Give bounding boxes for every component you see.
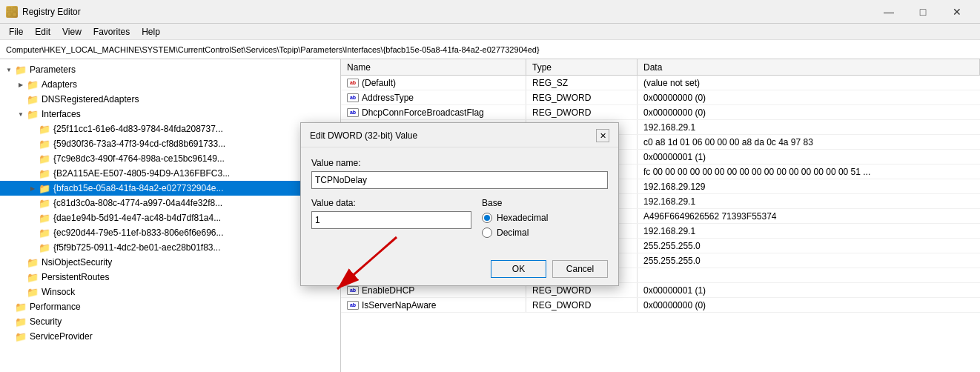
folder-icon-parameters: 📁: [15, 64, 27, 76]
tree-item-interfaces[interactable]: ▼ 📁 Interfaces: [0, 107, 340, 122]
menu-bar: File Edit View Favorites Help: [0, 24, 980, 40]
reg-icon-dword2: ab: [347, 108, 359, 117]
app-icon: [6, 6, 18, 18]
address-bar: Computer\HKEY_LOCAL_MACHINE\SYSTEM\Curre…: [0, 40, 980, 59]
ok-button[interactable]: OK: [491, 260, 546, 278]
tree-item-parameters[interactable]: ▼ 📁 Parameters: [0, 62, 340, 77]
reg-icon-dword: ab: [347, 93, 359, 102]
folder-icon-adapters: 📁: [27, 79, 39, 90]
dialog-close-button[interactable]: ✕: [596, 129, 609, 142]
tree-item-guid6[interactable]: ▶ 📁 {c81d3c0a-808c-4774-a997-04a44fe32f8…: [0, 196, 340, 210]
edit-dword-dialog: Edit DWORD (32-bit) Value ✕ Value name: …: [300, 122, 619, 286]
value-name-label: Value name:: [311, 158, 608, 168]
folder-icon-dns: 📁: [27, 93, 39, 105]
tree-item-guid8[interactable]: ▶ 📁 {ec920d44-79e5-11ef-b833-806e6f6e696…: [0, 225, 340, 240]
tree-item-performance[interactable]: ▶ 📁 Performance: [0, 299, 340, 314]
tree-item-adapters[interactable]: ▶ 📁 Adapters: [0, 77, 340, 92]
folder-icon-interfaces: 📁: [27, 108, 39, 120]
radio-decimal[interactable]: Decimal: [482, 227, 608, 238]
col-header-data[interactable]: Data: [638, 59, 980, 75]
interfaces-label: Interfaces: [42, 109, 81, 119]
base-section: Base Hexadecimal Decimal: [482, 198, 608, 242]
tree-item-guid1[interactable]: ▶ 📁 {25f11cc1-61e6-4d83-9784-84fda208737…: [0, 122, 340, 136]
reg-row-dhcpconn[interactable]: ab DhcpConnForceBroadcastFlag REG_DWORD …: [341, 105, 980, 120]
radio-dec-btn[interactable]: [482, 227, 492, 238]
svg-rect-1: [13, 7, 16, 11]
maximize-button[interactable]: □: [906, 1, 940, 23]
expand-icon-adapters: ▶: [15, 79, 27, 90]
reg-row-isservernapaware[interactable]: ab IsServerNapAware REG_DWORD 0x00000000…: [341, 298, 980, 313]
svg-rect-2: [7, 13, 11, 16]
value-data-section: Value data:: [311, 198, 471, 229]
app-title: Registry Editor: [22, 7, 872, 17]
address-path: Computer\HKEY_LOCAL_MACHINE\SYSTEM\Curre…: [6, 45, 540, 54]
tree-item-dnsregisteredadapters[interactable]: ▶ 📁 DNSRegisteredAdapters: [0, 92, 340, 107]
minimize-button[interactable]: —: [872, 1, 906, 23]
tree-item-guid5-selected[interactable]: ▶ 📁 {bfacb15e-05a8-41fa-84a2-e027732904e…: [0, 181, 340, 196]
tree-item-guid4[interactable]: ▶ 📁 {B2A115AE-E507-4805-94D9-A136FBFC3..…: [0, 166, 340, 181]
tree-item-guid7[interactable]: ▶ 📁 {dae1e94b-5d91-4e47-ac48-b4d7df81a4.…: [0, 210, 340, 225]
svg-rect-3: [13, 13, 16, 16]
dialog-middle-row: Value data: Base Hexadecimal Decimal: [311, 198, 608, 242]
col-header-type[interactable]: Type: [526, 59, 638, 75]
menu-edit[interactable]: Edit: [29, 24, 56, 40]
menu-help[interactable]: Help: [136, 24, 166, 40]
tree-item-nsiobjectsecurity[interactable]: ▶ 📁 NsiObjectSecurity: [0, 255, 340, 270]
registry-header: Name Type Data: [341, 59, 980, 76]
tree-item-serviceprovider[interactable]: ▶ 📁 ServiceProvider: [0, 329, 340, 344]
dialog-title: Edit DWORD (32-bit) Value: [310, 130, 417, 141]
base-label: Base: [482, 198, 608, 208]
menu-favorites[interactable]: Favorites: [87, 24, 136, 40]
window-controls: — □ ✕: [872, 1, 974, 23]
tree-item-guid2[interactable]: ▶ 📁 {59d30f36-73a3-47f3-94cd-cf8d8b69173…: [0, 136, 340, 151]
reg-row-default[interactable]: ab (Default) REG_SZ (value not set): [341, 76, 980, 90]
value-data-label: Value data:: [311, 198, 471, 208]
dialog-body: Value name: Value data: Base Hexadecimal…: [301, 147, 618, 285]
dialog-buttons: OK Cancel: [311, 253, 608, 278]
reg-icon-ab: ab: [347, 79, 359, 87]
tree-item-guid3[interactable]: ▶ 📁 {7c9e8dc3-490f-4764-898a-ce15bc96149…: [0, 151, 340, 166]
radio-hex-label: Hexadecimal: [497, 213, 548, 223]
value-data-input[interactable]: [311, 211, 471, 229]
svg-rect-0: [7, 7, 11, 11]
cancel-button[interactable]: Cancel: [552, 260, 608, 278]
title-bar: Registry Editor — □ ✕: [0, 0, 980, 24]
tree-item-winsock[interactable]: ▶ 📁 Winsock: [0, 285, 340, 299]
tree-item-security[interactable]: ▶ 📁 Security: [0, 314, 340, 329]
radio-dec-label: Decimal: [497, 227, 529, 238]
tree-panel: ▼ 📁 Parameters ▶ 📁 Adapters ▶ 📁 DNSRegis…: [0, 59, 341, 372]
expand-icon-parameters: ▼: [3, 64, 15, 76]
close-button[interactable]: ✕: [940, 1, 974, 23]
col-header-name[interactable]: Name: [341, 59, 526, 75]
tree-item-guid9[interactable]: ▶ 📁 {f5f9b725-0911-4dc2-be01-aec28b01f83…: [0, 240, 340, 255]
menu-file[interactable]: File: [3, 24, 29, 40]
reg-row-addresstype[interactable]: ab AddressType REG_DWORD 0x00000000 (0): [341, 90, 980, 105]
radio-hex-btn[interactable]: [482, 213, 492, 223]
menu-view[interactable]: View: [56, 24, 87, 40]
tree-item-persistentroutes[interactable]: ▶ 📁 PersistentRoutes: [0, 270, 340, 285]
expand-icon-interfaces: ▼: [15, 108, 27, 120]
dialog-title-bar: Edit DWORD (32-bit) Value ✕: [301, 123, 618, 147]
value-name-input[interactable]: [311, 171, 608, 189]
radio-hexadecimal[interactable]: Hexadecimal: [482, 213, 608, 223]
